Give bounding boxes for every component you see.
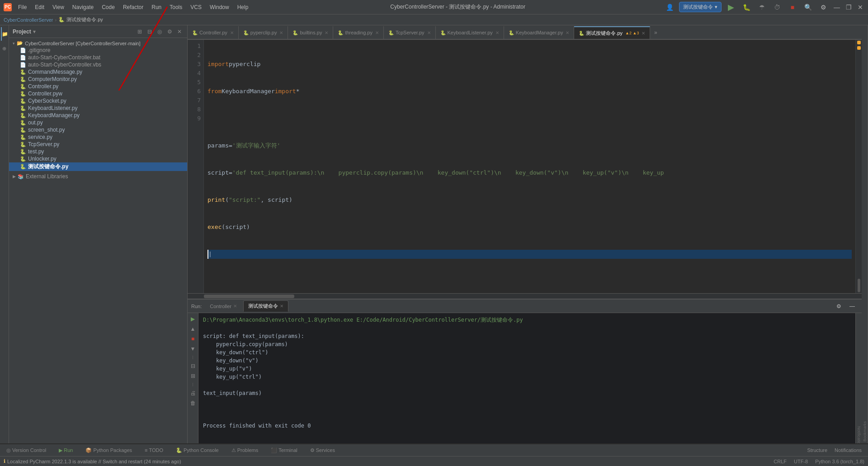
tree-item-cybersocket[interactable]: 🐍 CyberSocket.py bbox=[9, 97, 187, 105]
tree-item-screenshot[interactable]: 🐍 screen_shot.py bbox=[9, 126, 187, 133]
tree-item-service[interactable]: 🐍 service.py bbox=[9, 133, 187, 141]
tree-item-out[interactable]: 🐍 out.py bbox=[9, 119, 187, 126]
menu-window[interactable]: Window bbox=[206, 2, 233, 12]
project-settings-btn[interactable]: ⚙ bbox=[165, 28, 174, 36]
code-editor[interactable]: 1 2 3 4 5 6 7 8 9 import pyperclip from … bbox=[188, 40, 862, 293]
tool-python-packages[interactable]: 📦 Python Packages bbox=[83, 447, 135, 454]
project-activity-icon[interactable]: 📁 bbox=[1, 27, 8, 41]
menu-run[interactable]: Run bbox=[148, 2, 165, 12]
tab-tcpserver[interactable]: 🐍 TcpServer.py ✕ bbox=[384, 26, 436, 39]
project-collapse-btn[interactable]: ⊞ bbox=[136, 28, 144, 36]
tab-keyboardlistener[interactable]: 🐍 KeyboardListener.py ✕ bbox=[436, 26, 504, 39]
commit-activity-icon[interactable]: ⊕ bbox=[1, 42, 8, 55]
encoding-status[interactable]: UTF-8 bbox=[794, 459, 808, 464]
tool-run[interactable]: ▶ Run bbox=[56, 447, 75, 454]
breadcrumb-project[interactable]: CyberControllerServer bbox=[4, 17, 53, 23]
account-btn[interactable]: 👤 bbox=[664, 1, 675, 13]
tree-item-commandmessage[interactable]: 🐍 CommandMessage.py bbox=[9, 68, 187, 76]
stop-button[interactable]: ■ bbox=[787, 1, 798, 13]
tree-item-controllerpyw[interactable]: 🐍 Controller.pyw bbox=[9, 90, 187, 97]
run-settings-btn[interactable]: ⚙ bbox=[833, 300, 844, 312]
tree-item-active[interactable]: 🐍 测试按键命令.py bbox=[9, 162, 187, 171]
tool-python-console[interactable]: 🐍 Python Console bbox=[173, 447, 222, 454]
run-print-btn[interactable]: 🖨 bbox=[189, 389, 197, 397]
run-right-scroll-btn[interactable]: Notifications bbox=[855, 433, 862, 442]
tab-active-file[interactable]: 🐍 测试按键命令.py ▲2 ▲3 ✕ bbox=[574, 26, 650, 39]
tool-terminal[interactable]: ⬛ Terminal bbox=[268, 447, 300, 454]
tree-item-keyboardlistener[interactable]: 🐍 KeyboardListener.py bbox=[9, 105, 187, 112]
tree-item-computermonitor[interactable]: 🐍 ComputerMonitor.py bbox=[9, 76, 187, 83]
project-close-btn[interactable]: ✕ bbox=[175, 28, 184, 36]
tool-notifications[interactable]: Notifications bbox=[832, 447, 864, 454]
tree-item-keyboardmanager[interactable]: 🐍 KeyboardManager.py bbox=[9, 112, 187, 119]
tab-close-km[interactable]: ✕ bbox=[566, 30, 569, 35]
menu-refactor[interactable]: Refactor bbox=[119, 2, 147, 12]
run-tab-close-controller[interactable]: ✕ bbox=[233, 304, 237, 309]
tab-controller[interactable]: 🐍 Controller.py ✕ bbox=[188, 26, 239, 39]
run-play-btn[interactable]: ▶ bbox=[189, 315, 197, 323]
debug-button[interactable]: 🐛 bbox=[741, 1, 752, 13]
run-button[interactable]: ▶ bbox=[725, 1, 737, 13]
tree-item-unlocker[interactable]: 🐍 Unlocker.py bbox=[9, 155, 187, 162]
menu-help[interactable]: Help bbox=[234, 2, 252, 12]
tree-item-test[interactable]: 🐍 test.py bbox=[9, 148, 187, 155]
menu-view[interactable]: View bbox=[49, 2, 68, 12]
tool-version-control[interactable]: ◎ Version Control bbox=[4, 447, 49, 454]
coverage-button[interactable]: ☂ bbox=[756, 1, 768, 13]
menu-tools[interactable]: Tools bbox=[166, 2, 186, 12]
h-scrollbar-thumb[interactable] bbox=[204, 295, 294, 298]
tab-close-pyperclip[interactable]: ✕ bbox=[279, 30, 283, 35]
tool-todo[interactable]: ≡ TODO bbox=[142, 447, 166, 454]
bookmarks-label[interactable]: Bookmarks bbox=[863, 421, 867, 442]
tabs-overflow-btn[interactable]: » bbox=[650, 26, 661, 39]
tree-external-libraries[interactable]: ▶ 📚 External Libraries bbox=[9, 173, 187, 180]
run-tab-close-active[interactable]: ✕ bbox=[280, 304, 283, 309]
menu-file[interactable]: File bbox=[14, 2, 30, 12]
settings-toolbar-btn[interactable]: ⚙ bbox=[817, 1, 829, 13]
menu-code[interactable]: Code bbox=[98, 2, 118, 12]
menu-edit[interactable]: Edit bbox=[31, 2, 48, 12]
profile-button[interactable]: ⏱ bbox=[771, 1, 783, 13]
tab-builtins[interactable]: 🐍 builtins.py ✕ bbox=[288, 26, 333, 39]
run-config-selector[interactable]: 测试按键命令 ▾ bbox=[679, 2, 722, 12]
scrollbar-thumb[interactable] bbox=[858, 279, 860, 292]
search-toolbar-btn[interactable]: 🔍 bbox=[802, 1, 814, 13]
maximize-btn[interactable]: ❐ bbox=[844, 3, 853, 11]
run-tab-active[interactable]: 测试按键命令 ✕ bbox=[243, 300, 288, 312]
tab-close-threading[interactable]: ✕ bbox=[375, 30, 379, 35]
crlf-status[interactable]: CRLF bbox=[774, 459, 787, 464]
tool-structure[interactable]: Structure bbox=[804, 447, 830, 454]
tree-item-gitignore[interactable]: 📄 .gitignore bbox=[9, 47, 187, 54]
project-locate-btn[interactable]: ◎ bbox=[156, 28, 164, 36]
python-status[interactable]: Python 3.6 (torch_1.8) bbox=[815, 459, 864, 464]
tab-pyperclip[interactable]: 🐍 pyperclip.py ✕ bbox=[239, 26, 288, 39]
tree-item-tcpserver[interactable]: 🐍 TcpServer.py bbox=[9, 141, 187, 148]
tool-services[interactable]: ⚙ Services bbox=[307, 447, 338, 454]
run-scroll-down-btn[interactable]: ▼ bbox=[189, 345, 197, 353]
tool-problems[interactable]: ⚠ Problems bbox=[229, 447, 261, 454]
minimize-btn[interactable]: — bbox=[833, 3, 841, 11]
run-stop-btn[interactable]: ■ bbox=[189, 335, 197, 343]
menu-navigate[interactable]: Navigate bbox=[69, 2, 97, 12]
run-panel-close-btn[interactable]: — bbox=[846, 300, 858, 312]
tree-item-vbs[interactable]: 📄 auto-Start-CyberController.vbs bbox=[9, 61, 187, 68]
run-wrap2-btn[interactable]: ⊞ bbox=[189, 372, 197, 380]
tab-threading[interactable]: 🐍 threading.py ✕ bbox=[333, 26, 384, 39]
tab-close-builtins[interactable]: ✕ bbox=[325, 30, 328, 35]
menu-vcs[interactable]: VCS bbox=[187, 2, 205, 12]
project-expand-btn[interactable]: ⊟ bbox=[146, 28, 154, 36]
run-trash-btn[interactable]: 🗑 bbox=[189, 399, 197, 407]
tree-item-controller[interactable]: 🐍 Controller.py bbox=[9, 83, 187, 90]
tab-close-tcpserver[interactable]: ✕ bbox=[427, 30, 431, 35]
run-tab-controller[interactable]: Controller ✕ bbox=[205, 302, 241, 311]
breadcrumb-file[interactable]: 测试按键命令.py bbox=[66, 16, 103, 23]
horizontal-scrollbar[interactable] bbox=[188, 293, 862, 299]
run-wrap-btn[interactable]: ⊟ bbox=[189, 362, 197, 370]
tree-root[interactable]: ▾ 📂 CyberControllerServer [CyberControll… bbox=[9, 40, 187, 47]
tab-close-controller[interactable]: ✕ bbox=[230, 30, 234, 35]
close-btn[interactable]: ✕ bbox=[856, 3, 864, 11]
code-content[interactable]: import pyperclip from KeyboardManager im… bbox=[204, 40, 855, 293]
editor-scrollbar[interactable] bbox=[855, 40, 862, 293]
run-scroll-up-btn[interactable]: ▲ bbox=[189, 325, 197, 333]
tab-close-active[interactable]: ✕ bbox=[642, 31, 645, 36]
